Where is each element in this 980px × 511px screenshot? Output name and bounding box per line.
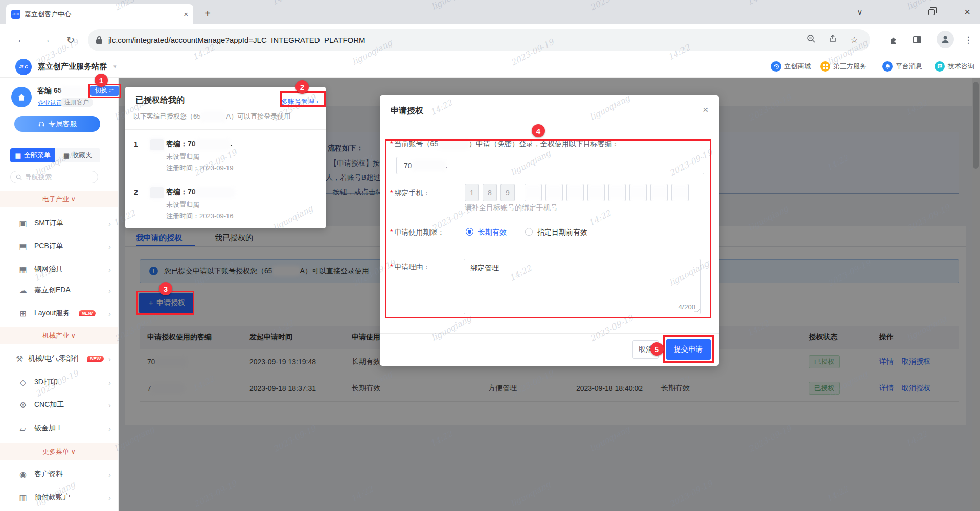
char-counter: 4/200 [678, 303, 695, 311]
client-number: 客编 65. [37, 86, 93, 96]
customer-profile-icon: ◉ [18, 470, 28, 479]
sidebar-item-sheet-metal[interactable]: ▱ 钣金加工 › [0, 417, 118, 439]
sidebar-item-layout[interactable]: ⊞ Layout服务 NEW › [0, 302, 118, 324]
enterprise-cert-link[interactable]: 企业认证 [38, 99, 62, 107]
third-party-grid-icon [820, 61, 830, 72]
divider [125, 178, 326, 178]
radio-long-term-selected[interactable] [466, 228, 473, 236]
section-more[interactable]: 更多菜单 ∨ [0, 443, 118, 460]
tab-search-chevron-icon[interactable]: ∨ [849, 0, 871, 24]
search-input[interactable] [25, 173, 81, 181]
profile-avatar[interactable] [937, 31, 954, 48]
phone-digit-box: 8 [483, 184, 497, 201]
bookmark-star-icon[interactable]: ☆ [847, 35, 862, 45]
brand-name[interactable]: 嘉立创产业服务站群 [38, 62, 107, 72]
apply-authorization-modal: 申请授权 × *当前账号（65）申请（免密）登录，全权使用以下目标客编： 70.… [380, 95, 719, 366]
account-field-label: *当前账号（65）申请（免密）登录，全权使用以下目标客编： [390, 140, 619, 149]
tab-all-menu[interactable]: ▦ 全部菜单 [10, 148, 55, 162]
tab-title: 嘉立创客户中心 [25, 10, 179, 19]
registered-customer-badge: 注册客户 [60, 98, 93, 107]
extensions-puzzle-icon[interactable] [884, 31, 903, 49]
user-avatar[interactable] [11, 87, 32, 107]
chevron-right-icon: › [108, 493, 111, 502]
phone-digit-box: 9 [500, 184, 515, 201]
close-window-button[interactable]: × [956, 0, 978, 24]
brand-caret-icon[interactable]: ▾ [113, 63, 117, 70]
restore-button[interactable] [920, 0, 943, 24]
censored-avatar [150, 187, 164, 198]
screen: JLC 嘉立创客户中心 × + ∨ — × ← → ↻ jlc.com/inte… [0, 0, 980, 511]
tab-close-icon[interactable]: × [184, 10, 188, 18]
chevron-right-icon: › [108, 424, 111, 433]
chevron-right-icon: › [108, 286, 111, 295]
cnc-gear-icon: ⚙ [18, 400, 28, 410]
url-text[interactable]: jlc.com/integrated/accountManage?appId=J… [108, 36, 797, 44]
forward-icon[interactable]: → [38, 32, 54, 48]
censored-client-id [414, 162, 444, 169]
phone-digit-input[interactable] [671, 184, 689, 201]
submit-application-button[interactable]: 提交申请 [666, 339, 711, 360]
chevron-right-icon: › [108, 219, 111, 228]
sidebar-item-3d-print[interactable]: ◇ 3D打印 › [0, 371, 118, 393]
phone-field-label: *绑定手机： [390, 189, 430, 198]
phone-digit-input[interactable] [587, 184, 605, 201]
annotation-badge-1: 1 [95, 74, 108, 87]
phone-digit-input[interactable] [545, 184, 563, 201]
divider [380, 124, 719, 124]
minimize-button[interactable]: — [884, 0, 907, 24]
chat-icon [935, 61, 945, 72]
sidebar-item-stencil[interactable]: ▦ 钢网治具 › [0, 258, 118, 281]
eda-cloud-icon: ☁ [18, 286, 28, 295]
back-icon[interactable]: ← [13, 32, 30, 48]
target-client-input[interactable]: 70. [396, 157, 704, 174]
share-icon[interactable] [825, 34, 840, 46]
phone-help-text: 请补全目标账号的绑定手机号 [465, 203, 558, 213]
browser-menu-icon[interactable]: ⋮ [959, 31, 977, 49]
switch-account-button[interactable]: 切换 ⇌ [90, 86, 119, 96]
jlc-logo[interactable]: JLC [15, 59, 32, 75]
side-panel-icon[interactable] [908, 31, 926, 49]
sidebar-item-cnc[interactable]: ⚙ CNC加工 › [0, 393, 118, 416]
sidebar-item-prepaid-account[interactable]: ▥ 预付款账户 › [0, 486, 118, 508]
tab-favorites[interactable]: ▦ 收藏夹 [55, 148, 100, 162]
topnav-support[interactable]: 技术咨询 [935, 55, 974, 78]
chevron-right-icon: › [108, 470, 111, 479]
prepaid-account-icon: ▥ [18, 493, 28, 502]
phone-digit-input[interactable] [608, 184, 626, 201]
modal-title: 申请授权 [391, 106, 423, 117]
modal-close-icon[interactable]: × [703, 105, 709, 115]
radio-until-date-label[interactable]: 指定日期前有效 [537, 228, 587, 237]
radio-long-term-label[interactable]: 长期有效 [478, 228, 507, 237]
topnav-mall[interactable]: 立创商城 [771, 55, 811, 78]
reason-textarea[interactable]: 绑定管理 4/200 [464, 259, 701, 314]
url-bar[interactable]: jlc.com/integrated/accountManage?appId=J… [88, 29, 870, 51]
chevron-right-icon: › [108, 309, 111, 318]
section-mechanical[interactable]: 机械产业 ∨ [0, 327, 118, 344]
zoom-out-icon[interactable] [804, 34, 819, 46]
multi-account-manage-link[interactable]: 多账号管理 › [281, 97, 318, 106]
phone-digit-input[interactable] [629, 184, 647, 201]
authorized-to-me-popup: 已授权给我的 多账号管理 › 以下客编已授权您（65A）可以直接登录使用 1 客… [125, 87, 326, 228]
chevron-right-icon: › [108, 355, 111, 363]
new-tab-button[interactable]: + [200, 6, 215, 20]
section-electronics[interactable]: 电子产业 ∨ [0, 191, 118, 207]
sidebar-item-smt[interactable]: ▣ SMT订单 › [0, 212, 118, 235]
annotation-badge-4: 4 [532, 124, 545, 137]
dedicated-service-button[interactable]: 专属客服 [14, 116, 100, 132]
phone-digit-input[interactable] [525, 184, 542, 201]
sidebar-search[interactable] [10, 171, 98, 183]
sidebar-item-eda[interactable]: ☁ 嘉立创EDA › [0, 279, 118, 301]
lock-icon [96, 36, 102, 44]
sidebar-item-pcb[interactable]: ▤ PCB订单 › [0, 235, 118, 258]
phone-digit-input[interactable] [650, 184, 668, 201]
sidebar-item-mech-parts[interactable]: ⚒ 机械/电气零部件 NEW › [0, 347, 118, 370]
chevron-right-icon: › [108, 401, 111, 409]
sidebar-item-customer-profile[interactable]: ◉ 客户资料 › [0, 463, 118, 485]
phone-digit-input[interactable] [566, 184, 584, 201]
topnav-messages[interactable]: 平台消息 [882, 55, 922, 78]
radio-until-date[interactable] [525, 228, 533, 236]
browser-tab[interactable]: JLC 嘉立创客户中心 × [6, 4, 193, 24]
reload-icon[interactable]: ↻ [62, 32, 79, 48]
annotation-badge-5: 5 [650, 342, 664, 356]
topnav-thirdparty[interactable]: 第三方服务 [820, 55, 867, 78]
